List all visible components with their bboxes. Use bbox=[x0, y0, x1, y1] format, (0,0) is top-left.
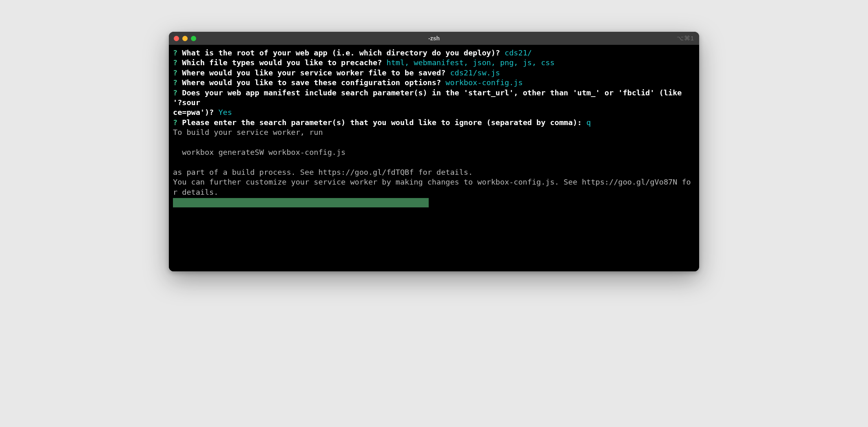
cursor-block bbox=[173, 198, 429, 207]
prompt-marker: ? bbox=[173, 88, 177, 97]
close-icon[interactable] bbox=[174, 36, 179, 41]
terminal-window: -zsh ⌥⌘1 ? What is the root of your web … bbox=[169, 32, 699, 271]
output-line: as part of a build process. See https://… bbox=[173, 168, 473, 176]
output-line: You can further customize your service w… bbox=[173, 178, 691, 196]
prompt-marker: ? bbox=[173, 118, 177, 127]
prompt-question: Please enter the search parameter(s) tha… bbox=[182, 118, 582, 127]
zoom-icon[interactable] bbox=[191, 36, 196, 41]
prompt-question: Where would you like to save these confi… bbox=[182, 78, 441, 87]
output-line: To build your service worker, run bbox=[173, 128, 323, 136]
prompt-marker: ? bbox=[173, 78, 177, 87]
output-line: workbox generateSW workbox-config.js bbox=[173, 148, 345, 156]
prompt-marker: ? bbox=[173, 58, 177, 67]
prompt-question: Does your web app manifest include searc… bbox=[173, 88, 686, 117]
prompt-answer: workbox-config.js bbox=[445, 78, 523, 87]
prompt-marker: ? bbox=[173, 48, 177, 57]
prompt-question: Where would you like your service worker… bbox=[182, 68, 445, 77]
prompt-question: What is the root of your web app (i.e. w… bbox=[182, 48, 500, 57]
prompt-question: Which file types would you like to preca… bbox=[182, 58, 382, 67]
traffic-lights bbox=[174, 36, 196, 41]
minimize-icon[interactable] bbox=[182, 36, 188, 41]
prompt-answer: q bbox=[587, 118, 591, 127]
prompt-answer: cds21/sw.js bbox=[450, 68, 500, 77]
window-title: -zsh bbox=[428, 35, 440, 42]
prompt-marker: ? bbox=[173, 68, 177, 77]
terminal-body[interactable]: ? What is the root of your web app (i.e.… bbox=[169, 45, 699, 271]
tab-indicator: ⌥⌘1 bbox=[677, 35, 694, 42]
prompt-answer: Yes bbox=[218, 108, 232, 117]
prompt-answer: html, webmanifest, json, png, js, css bbox=[387, 58, 555, 67]
titlebar: -zsh ⌥⌘1 bbox=[169, 32, 699, 45]
prompt-answer: cds21/ bbox=[505, 48, 532, 57]
